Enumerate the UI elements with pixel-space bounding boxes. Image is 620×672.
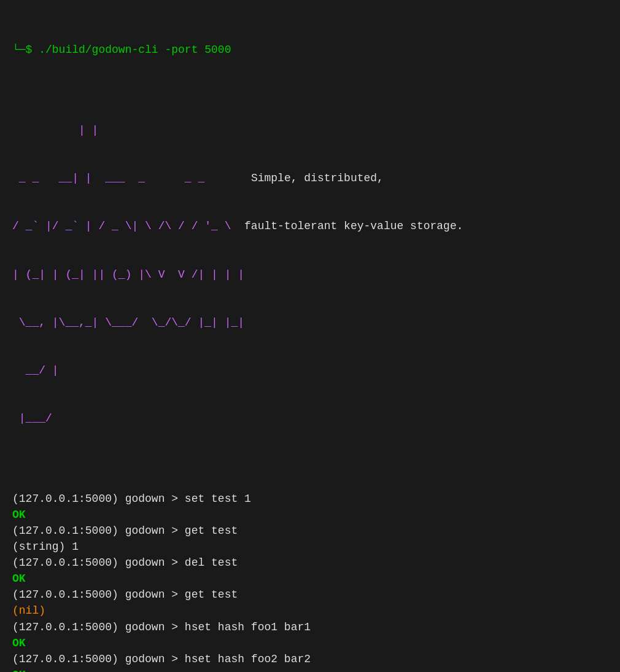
command-prompt: (127.0.0.1:5000) godown > get test xyxy=(12,525,238,537)
command-prompt: (127.0.0.1:5000) godown > hset hash foo1… xyxy=(12,621,311,633)
command-prompt: (127.0.0.1:5000) godown > get test xyxy=(12,588,238,601)
terminal-line: OK xyxy=(12,571,608,587)
output-line: (string) 1 xyxy=(12,541,79,553)
shell-prompt: └─$ ./build/godown-cli -port 5000 xyxy=(12,44,231,56)
nil-response: (nil) xyxy=(12,604,45,617)
terminal-window: └─$ ./build/godown-cli -port 5000 | | _ … xyxy=(12,10,608,672)
terminal-line: OK xyxy=(12,507,608,523)
terminal-line: (nil) xyxy=(12,603,608,619)
ok-response: OK xyxy=(12,509,26,521)
shell-command-line: └─$ ./build/godown-cli -port 5000 xyxy=(12,42,608,58)
terminal-output: (127.0.0.1:5000) godown > set test 1OK(1… xyxy=(12,491,608,672)
command-prompt: (127.0.0.1:5000) godown > set test 1 xyxy=(12,493,251,505)
terminal-line: (127.0.0.1:5000) godown > get test xyxy=(12,523,608,539)
ok-response: OK xyxy=(12,572,26,585)
terminal-line: (127.0.0.1:5000) godown > hset hash foo2… xyxy=(12,651,608,667)
ok-response: OK xyxy=(12,637,26,649)
ascii-line-2: _ _ __| | ___ _ _ _ Simple, distributed, xyxy=(12,170,608,186)
ascii-art-block: | | _ _ __| | ___ _ _ _ Simple, distribu… xyxy=(12,90,608,458)
ascii-line-5: \__, |\__,_| \___/ \_/\_/ |_| |_| xyxy=(12,315,608,330)
terminal-line: OK xyxy=(12,667,608,672)
ascii-line-4: | (_| | (_| || (_) |\ V V /| | | | xyxy=(12,267,608,283)
terminal-line: (127.0.0.1:5000) godown > set test 1 xyxy=(12,491,608,507)
terminal-line: (string) 1 xyxy=(12,539,608,555)
command-prompt: (127.0.0.1:5000) godown > hset hash foo2… xyxy=(12,653,311,665)
command-prompt: (127.0.0.1:5000) godown > del test xyxy=(12,557,238,569)
ascii-line-7: |___/ xyxy=(12,410,608,426)
ascii-line-3: / _` |/ _` | / _ \| \ /\ / / '_ \ fault-… xyxy=(12,218,608,234)
terminal-line: (127.0.0.1:5000) godown > hset hash foo1… xyxy=(12,619,608,635)
ok-response: OK xyxy=(12,669,26,672)
ascii-line-1: | | xyxy=(12,122,608,138)
ascii-line-6: __/ | xyxy=(12,362,608,378)
terminal-line: (127.0.0.1:5000) godown > get test xyxy=(12,587,608,603)
terminal-line: (127.0.0.1:5000) godown > del test xyxy=(12,555,608,571)
terminal-line: OK xyxy=(12,635,608,651)
